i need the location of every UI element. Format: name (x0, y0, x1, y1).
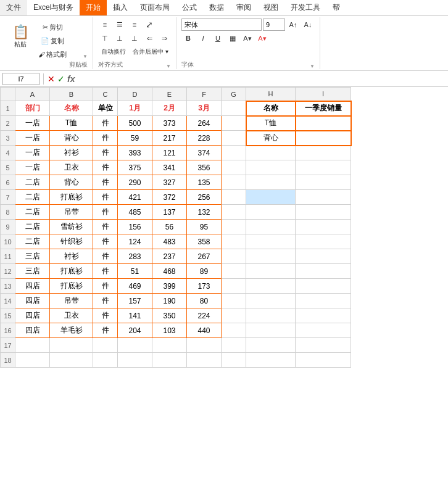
cell-h3[interactable]: 背心 (246, 131, 296, 146)
col-header-a[interactable]: A (15, 88, 50, 101)
cell-h15[interactable] (246, 308, 296, 323)
cell-g3[interactable] (222, 131, 246, 146)
tab-start[interactable]: 开始 (80, 0, 107, 15)
cell-i12[interactable] (296, 264, 351, 279)
cell-b2[interactable]: T恤 (50, 116, 93, 131)
cancel-formula-icon[interactable]: ✕ (48, 74, 55, 84)
cell-d17[interactable] (118, 338, 152, 353)
tab-page-layout[interactable]: 页面布局 (134, 0, 176, 15)
paste-button[interactable]: 📋 粘贴 (7, 19, 33, 56)
cell-c12[interactable]: 件 (93, 264, 118, 279)
cell-e13[interactable]: 399 (152, 279, 187, 294)
cut-button[interactable]: ✂ 剪切 (36, 21, 69, 33)
cell-i14[interactable] (296, 294, 351, 308)
cell-a6[interactable]: 二店 (15, 175, 50, 190)
font-size-down-btn[interactable]: A↓ (301, 19, 315, 31)
cell-e11[interactable]: 237 (152, 249, 187, 264)
col-header-c[interactable]: C (93, 88, 118, 101)
cell-d7[interactable]: 421 (118, 190, 152, 205)
cell-b12[interactable]: 打底衫 (50, 264, 93, 279)
border-btn[interactable]: ▦ (226, 32, 239, 44)
col-header-h[interactable]: H (246, 88, 296, 101)
cell-a8[interactable]: 二店 (15, 205, 50, 220)
cell-g7[interactable] (222, 190, 246, 205)
alignment-expand[interactable]: ▼ (166, 64, 171, 69)
cell-b3[interactable]: 背心 (50, 131, 93, 146)
align-right-btn[interactable]: ≡ (128, 19, 141, 31)
cell-c17[interactable] (93, 338, 118, 353)
cell-a9[interactable]: 二店 (15, 220, 50, 234)
cell-b15[interactable]: 卫衣 (50, 308, 93, 323)
cell-f2[interactable]: 264 (187, 116, 222, 131)
cell-a3[interactable]: 一店 (15, 131, 50, 146)
cell-c7[interactable]: 件 (93, 190, 118, 205)
cell-i4[interactable] (296, 146, 351, 160)
cell-c10[interactable]: 件 (93, 234, 118, 249)
cell-f6[interactable]: 135 (187, 175, 222, 190)
cell-b8[interactable]: 吊带 (50, 205, 93, 220)
cell-f1[interactable]: 3月 (187, 101, 222, 116)
cell-b13[interactable]: 打底衫 (50, 279, 93, 294)
cell-f16[interactable]: 440 (187, 323, 222, 338)
cell-d1[interactable]: 1月 (118, 101, 152, 116)
cell-i1[interactable]: 一季度销量 (296, 101, 351, 116)
cell-h12[interactable] (246, 264, 296, 279)
cell-e7[interactable]: 372 (152, 190, 187, 205)
indent-increase-btn[interactable]: ⇒ (157, 32, 171, 44)
cell-d12[interactable]: 51 (118, 264, 152, 279)
cell-d18[interactable] (118, 353, 152, 368)
cell-c9[interactable]: 件 (93, 220, 118, 234)
indent-decrease-btn[interactable]: ⇐ (143, 32, 156, 44)
cell-a15[interactable]: 四店 (15, 308, 50, 323)
cell-i11[interactable] (296, 249, 351, 264)
cell-d9[interactable]: 156 (118, 220, 152, 234)
cell-g6[interactable] (222, 175, 246, 190)
cell-a11[interactable]: 三店 (15, 249, 50, 264)
tab-review[interactable]: 审阅 (230, 0, 257, 15)
cell-c16[interactable]: 件 (93, 323, 118, 338)
cell-c2[interactable]: 件 (93, 116, 118, 131)
cell-e14[interactable]: 190 (152, 294, 187, 308)
cell-d13[interactable]: 469 (118, 279, 152, 294)
font-expand[interactable]: ▼ (310, 64, 315, 69)
align-top-btn[interactable]: ⊤ (98, 32, 112, 44)
cell-c3[interactable]: 件 (93, 131, 118, 146)
cell-a16[interactable]: 四店 (15, 323, 50, 338)
cell-a10[interactable]: 二店 (15, 234, 50, 249)
copy-button[interactable]: 📄 复制 (36, 35, 69, 47)
cell-e12[interactable]: 468 (152, 264, 187, 279)
font-color-btn[interactable]: A▾ (255, 32, 269, 44)
cell-g11[interactable] (222, 249, 246, 264)
cell-b5[interactable]: 卫衣 (50, 160, 93, 175)
cell-d11[interactable]: 283 (118, 249, 152, 264)
cell-h9[interactable] (246, 220, 296, 234)
cell-a2[interactable]: 一店 (15, 116, 50, 131)
tab-view[interactable]: 视图 (257, 0, 284, 15)
cell-c6[interactable]: 件 (93, 175, 118, 190)
cell-c15[interactable]: 件 (93, 308, 118, 323)
cell-f8[interactable]: 132 (187, 205, 222, 220)
cell-g9[interactable] (222, 220, 246, 234)
cell-h7[interactable] (246, 190, 296, 205)
cell-c4[interactable]: 件 (93, 146, 118, 160)
cell-f14[interactable]: 80 (187, 294, 222, 308)
cell-a1[interactable]: 部门 (15, 101, 50, 116)
cell-f4[interactable]: 374 (187, 146, 222, 160)
cell-b17[interactable] (50, 338, 93, 353)
cell-h13[interactable] (246, 279, 296, 294)
cell-f17[interactable] (187, 338, 222, 353)
cell-g16[interactable] (222, 323, 246, 338)
cell-h8[interactable] (246, 205, 296, 220)
cell-c14[interactable]: 件 (93, 294, 118, 308)
cell-e3[interactable]: 217 (152, 131, 187, 146)
cell-e2[interactable]: 373 (152, 116, 187, 131)
cell-d8[interactable]: 485 (118, 205, 152, 220)
cell-g18[interactable] (222, 353, 246, 368)
tab-help[interactable]: 帮 (326, 0, 346, 15)
insert-function-icon[interactable]: fx (67, 74, 75, 84)
cell-g12[interactable] (222, 264, 246, 279)
wrap-text-btn[interactable]: 自动换行 (98, 46, 129, 58)
col-header-i[interactable]: I (296, 88, 351, 101)
cell-h17[interactable] (246, 338, 296, 353)
cell-h11[interactable] (246, 249, 296, 264)
